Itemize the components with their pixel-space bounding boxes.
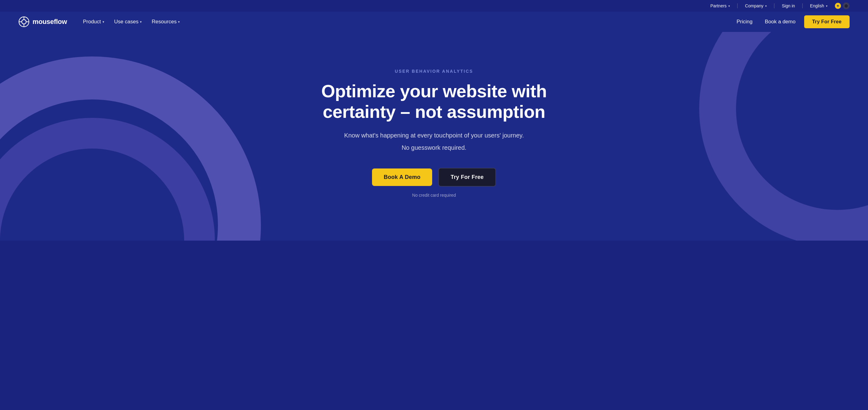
logo[interactable]: mouseflow: [19, 16, 67, 27]
hero-content: USER BEHAVIOR ANALYTICS Optimize your we…: [321, 69, 547, 198]
use-cases-label: Use cases: [114, 19, 138, 25]
product-label: Product: [83, 19, 101, 25]
partners-label: Partners: [710, 3, 726, 8]
signin-label: Sign in: [782, 3, 795, 8]
svg-line-4: [839, 7, 839, 7]
product-chevron-icon: ▾: [102, 20, 104, 24]
hero-buttons: Book A Demo Try For Free: [321, 168, 547, 187]
partners-chevron-icon: ▾: [728, 4, 730, 8]
pricing-nav-item[interactable]: Pricing: [733, 16, 756, 27]
hero-subtitle-2: No guesswork required.: [321, 143, 547, 153]
language-selector[interactable]: English ▾: [810, 3, 828, 8]
company-menu[interactable]: Company ▾: [745, 3, 767, 8]
nav-left: mouseflow Product ▾ Use cases ▾ Resource…: [19, 16, 184, 27]
main-navbar: mouseflow Product ▾ Use cases ▾ Resource…: [0, 12, 868, 32]
divider-2: [774, 3, 774, 8]
hero-title: Optimize your website with certainty – n…: [321, 81, 547, 122]
book-a-demo-hero-button[interactable]: Book A Demo: [372, 168, 432, 186]
hero-subtitle: Know what's happening at every touchpoin…: [321, 130, 547, 140]
language-label: English: [810, 3, 824, 8]
language-chevron-icon: ▾: [826, 4, 828, 8]
nav-links: Product ▾ Use cases ▾ Resources ▾: [79, 16, 184, 27]
partners-menu[interactable]: Partners ▾: [710, 3, 730, 8]
divider-3: [802, 3, 803, 8]
logo-text: mouseflow: [33, 18, 67, 26]
hero-title-line2: certainty – not assumption: [322, 102, 545, 122]
book-demo-nav-item[interactable]: Book a demo: [761, 16, 799, 27]
hero-section: USER BEHAVIOR ANALYTICS Optimize your we…: [0, 32, 868, 241]
top-bar: Partners ▾ Company ▾ Sign in English ▾ ⚙: [0, 0, 868, 12]
try-for-free-hero-button[interactable]: Try For Free: [438, 168, 496, 187]
try-for-free-nav-button[interactable]: Try For Free: [804, 15, 849, 28]
no-credit-card-note: No credit card required: [321, 193, 547, 198]
use-cases-nav-item[interactable]: Use cases ▾: [111, 16, 146, 27]
resources-nav-item[interactable]: Resources ▾: [148, 16, 184, 27]
sun-icon: [835, 3, 841, 9]
svg-point-8: [22, 20, 26, 24]
company-label: Company: [745, 3, 763, 8]
hero-badge: USER BEHAVIOR ANALYTICS: [321, 69, 547, 74]
logo-icon: [19, 16, 29, 27]
svg-line-3: [837, 5, 837, 5]
svg-point-0: [837, 5, 839, 7]
use-cases-chevron-icon: ▾: [140, 20, 142, 24]
company-chevron-icon: ▾: [765, 4, 767, 8]
signin-link[interactable]: Sign in: [782, 3, 795, 8]
resources-chevron-icon: ▾: [178, 20, 180, 24]
circle-right: [699, 32, 868, 241]
theme-toggle[interactable]: ⚙: [835, 2, 849, 9]
hero-title-line1: Optimize your website with: [321, 81, 547, 101]
resources-label: Resources: [152, 19, 177, 25]
product-nav-item[interactable]: Product ▾: [79, 16, 108, 27]
divider-1: [737, 3, 738, 8]
nav-right: Pricing Book a demo Try For Free: [733, 15, 849, 28]
gear-icon[interactable]: ⚙: [843, 2, 849, 9]
